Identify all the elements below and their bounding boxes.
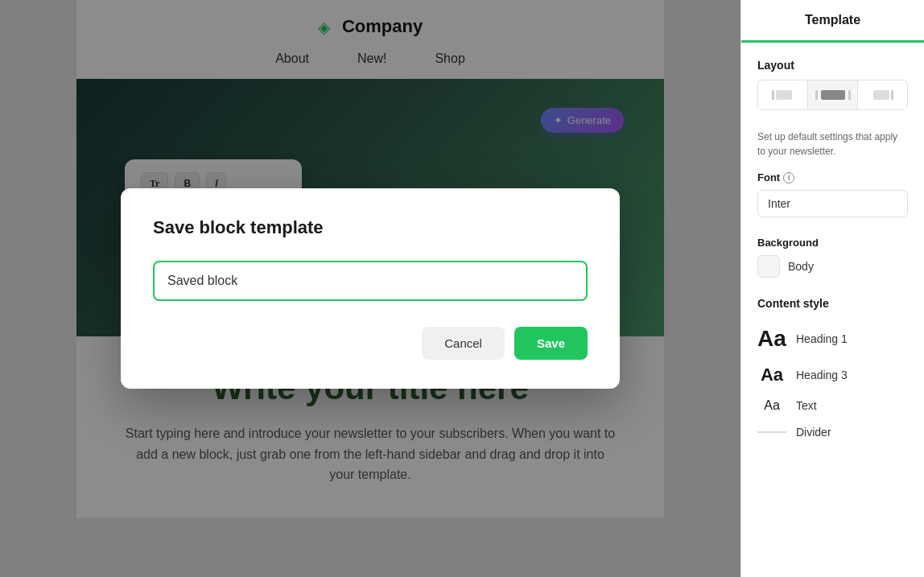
content-style-label: Content style [757,297,908,310]
background-color-picker[interactable] [757,255,780,278]
font-select[interactable]: Inter Arial Georgia [757,190,908,217]
heading1-label: Heading 1 [796,332,848,345]
sidebar-content: Layout Set up default settings that appl [741,43,924,480]
divider-preview [757,431,786,433]
save-button[interactable]: Save [514,327,588,360]
background-row: Body [757,255,908,278]
divider-preview-container [757,431,786,433]
background-section: Background Body [757,237,908,278]
cancel-button[interactable]: Cancel [422,327,505,360]
sidebar-description: Set up default settings that apply to yo… [757,130,908,159]
heading3-label: Heading 3 [796,369,848,381]
modal-title: Save block template [153,217,588,238]
layout-label: Layout [757,59,908,72]
text-icon: Aa [757,398,786,413]
save-block-modal: Save block template Cancel Save [121,188,620,389]
right-sidebar: Template Layout S [740,0,924,577]
background-label: Background [757,237,908,249]
font-section: Font i Inter Arial Georgia [757,171,908,217]
layout-options [757,80,908,110]
layout-right[interactable] [858,80,907,109]
modal-actions: Cancel Save [153,327,588,360]
text-label: Text [796,399,817,412]
font-info-icon[interactable]: i [783,172,794,183]
layout-left-bar [772,90,774,100]
layout-right-bar [891,90,893,100]
content-style-section: Content style Aa Heading 1 Aa Heading 3 … [757,297,908,445]
heading3-icon: Aa [757,365,786,385]
modal-overlay: Save block template Cancel Save [0,0,740,577]
sidebar-header: Template [741,0,924,43]
layout-left[interactable] [758,80,808,109]
sidebar-title: Template [805,13,860,27]
background-body-label: Body [788,260,814,273]
layout-section: Layout [757,59,908,110]
divider-label: Divider [796,426,831,439]
layout-center-left-bar [815,90,818,100]
layout-center-right-bar [848,90,851,100]
heading1-icon: Aa [757,326,786,352]
template-name-input[interactable] [153,261,588,301]
font-label: Font i [757,171,908,183]
layout-center[interactable] [808,80,858,109]
divider-style-item[interactable]: Divider [757,419,908,445]
heading1-style-item[interactable]: Aa Heading 1 [757,319,908,358]
layout-center-fill [821,90,845,100]
text-style-item[interactable]: Aa Text [757,392,908,419]
heading3-style-item[interactable]: Aa Heading 3 [757,358,908,392]
layout-left-fill [776,90,792,100]
layout-right-fill [873,90,889,100]
